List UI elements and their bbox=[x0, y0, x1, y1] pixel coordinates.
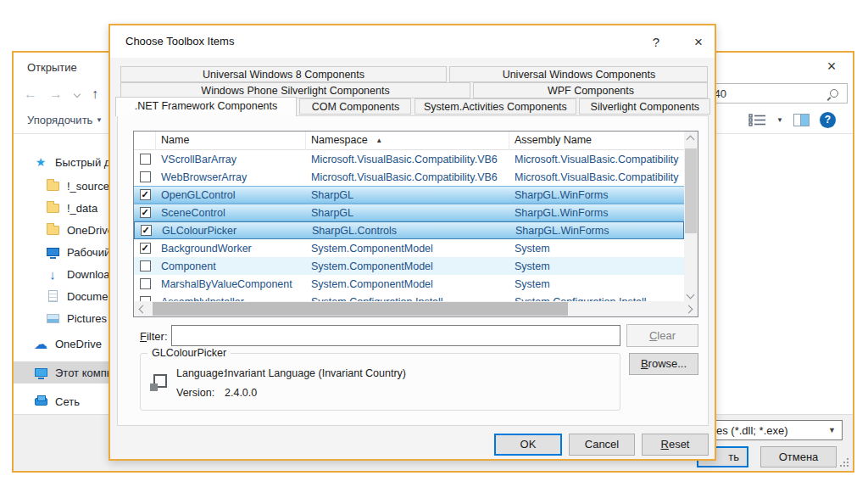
language-value: Invariant Language (Invariant Country) bbox=[225, 367, 406, 379]
checkbox[interactable]: ✓ bbox=[140, 243, 151, 254]
checkbox-column-header[interactable] bbox=[134, 132, 156, 150]
tab-universal-windows-components[interactable]: Universal Windows Components bbox=[449, 66, 708, 82]
checkbox[interactable] bbox=[140, 278, 151, 289]
sidebar-item-label: Сеть bbox=[55, 395, 80, 408]
cell-assembly: Microsoft.VisualBasic.Compatibility bbox=[509, 171, 684, 183]
cell-assembly: SharpGL.WinForms bbox=[509, 189, 684, 201]
cell-name: WebBrowserArray bbox=[156, 171, 306, 183]
folder-icon bbox=[47, 226, 59, 235]
checkbox[interactable]: ✓ bbox=[140, 207, 151, 218]
clear-button[interactable]: Clear bbox=[626, 324, 698, 347]
checkbox[interactable] bbox=[140, 260, 151, 271]
dialog-title: Открытие bbox=[27, 61, 77, 74]
recent-locations-icon[interactable] bbox=[74, 91, 81, 98]
cancel-button[interactable]: Cancel bbox=[569, 434, 635, 456]
tab-net-framework-components[interactable]: .NET Framework Components bbox=[115, 97, 297, 116]
help-icon[interactable]: ? bbox=[820, 112, 836, 128]
view-dropdown-icon[interactable]: ▼ bbox=[776, 116, 783, 124]
organize-menu[interactable]: Упорядочить ▼ bbox=[27, 114, 103, 126]
table-row[interactable]: ✓ SceneControl SharpGL SharpGL.WinForms bbox=[134, 204, 684, 221]
scrollbar-thumb[interactable] bbox=[685, 148, 697, 233]
column-header-name[interactable]: Name bbox=[156, 132, 306, 150]
browse-button[interactable]: Browse... bbox=[629, 353, 698, 375]
file-type-select[interactable]: es (*.dll; *.exe) ▼ bbox=[712, 420, 843, 440]
cell-name: Component bbox=[156, 260, 306, 272]
selected-item-group: GLColourPicker Language: Invariant Langu… bbox=[140, 353, 620, 411]
cell-assembly: Microsoft.VisualBasic.Compatibility bbox=[509, 154, 684, 165]
cell-assembly: System bbox=[509, 260, 684, 272]
table-row[interactable]: WebBrowserArray Microsoft.VisualBasic.Co… bbox=[134, 168, 684, 186]
reset-button[interactable]: Reset bbox=[642, 434, 709, 456]
column-header-namespace[interactable]: Namespace ▲ bbox=[306, 132, 509, 150]
navigation-bar: ← → ↑ bbox=[24, 83, 98, 105]
sidebar-item-label: OneDrive bbox=[55, 338, 102, 350]
cancel-button[interactable]: Отмена bbox=[760, 446, 837, 467]
close-icon[interactable]: × bbox=[688, 32, 709, 53]
checkbox[interactable] bbox=[140, 171, 151, 182]
desktop-icon bbox=[47, 248, 59, 256]
tab-row-1: Universal Windows 8 Components Universal… bbox=[120, 66, 707, 82]
filter-input[interactable] bbox=[171, 325, 620, 346]
ok-button[interactable]: OK bbox=[494, 434, 562, 456]
tab-universal-windows-8-components[interactable]: Universal Windows 8 Components bbox=[120, 66, 447, 82]
checkbox[interactable] bbox=[140, 154, 151, 165]
tab-system-activities-components[interactable]: System.Activities Components bbox=[415, 98, 576, 115]
vertical-scrollbar[interactable] bbox=[684, 132, 698, 303]
cell-assembly: SharpGL.WinForms bbox=[510, 225, 684, 237]
chevron-down-icon: ▼ bbox=[828, 426, 842, 434]
cell-assembly: SharpGL.WinForms bbox=[509, 207, 684, 219]
search-input[interactable]: :40 bbox=[705, 83, 848, 104]
cell-namespace: SharpGL bbox=[306, 207, 509, 219]
tab-silverlight-components[interactable]: Silverlight Components bbox=[579, 98, 710, 115]
cell-namespace: System.ComponentModel bbox=[306, 278, 509, 290]
table-row[interactable]: VScrollBarArray Microsoft.VisualBasic.Co… bbox=[134, 150, 684, 168]
preview-pane-icon[interactable] bbox=[793, 114, 810, 126]
cell-namespace: System.ComponentModel bbox=[306, 260, 509, 272]
details-view-icon[interactable] bbox=[748, 114, 766, 126]
help-icon[interactable]: ? bbox=[646, 32, 666, 53]
quick-access-star-icon: ★ bbox=[34, 155, 47, 169]
up-icon[interactable]: ↑ bbox=[92, 87, 98, 102]
choose-toolbox-items-dialog: Choose Toolbox Items ? × Universal Windo… bbox=[108, 24, 716, 461]
resize-grip[interactable] bbox=[840, 458, 849, 467]
scroll-down-icon[interactable] bbox=[687, 291, 695, 299]
search-icon[interactable] bbox=[830, 89, 838, 98]
table-row[interactable]: MarshalByValueComponent System.Component… bbox=[134, 275, 684, 293]
cell-name: BackgroundWorker bbox=[156, 243, 306, 255]
tab-com-components[interactable]: COM Components bbox=[299, 98, 411, 115]
column-header-assembly-name[interactable]: Assembly Name bbox=[509, 132, 684, 150]
folder-icon bbox=[47, 182, 59, 191]
horizontal-scrollbar[interactable] bbox=[134, 301, 698, 316]
network-icon bbox=[35, 398, 47, 406]
checkbox[interactable]: ✓ bbox=[140, 189, 151, 200]
documents-icon bbox=[48, 290, 58, 302]
scrollbar-thumb[interactable] bbox=[153, 302, 568, 316]
sidebar-item-label: !_data bbox=[67, 202, 97, 215]
table-header: Name Namespace ▲ Assembly Name bbox=[134, 132, 684, 150]
cell-namespace: SharpGL bbox=[306, 189, 509, 201]
tab-wpf-components[interactable]: WPF Components bbox=[473, 82, 708, 98]
cell-name: MarshalByValueComponent bbox=[156, 278, 306, 290]
sidebar-item-label: Pictures bbox=[67, 312, 107, 325]
sidebar-item-label: Этот компь bbox=[55, 367, 112, 379]
cell-name: VScrollBarArray bbox=[156, 154, 306, 165]
onedrive-cloud-icon: ☁ bbox=[34, 337, 47, 350]
organize-label: Упорядочить bbox=[27, 114, 92, 126]
scroll-up-icon[interactable] bbox=[687, 136, 695, 144]
cell-namespace: SharpGL.Controls bbox=[307, 225, 510, 237]
sidebar-item-label: !_sources bbox=[67, 180, 114, 193]
scroll-left-icon[interactable] bbox=[139, 305, 147, 314]
downloads-arrow-icon: ↓ bbox=[46, 267, 59, 281]
table-row[interactable]: ✓ GLColourPicker SharpGL.Controls SharpG… bbox=[134, 221, 684, 239]
forward-icon[interactable]: → bbox=[49, 87, 63, 102]
checkbox[interactable]: ✓ bbox=[141, 225, 152, 236]
back-icon[interactable]: ← bbox=[24, 87, 37, 102]
table-row[interactable]: ✓ OpenGLControl SharpGL SharpGL.WinForms bbox=[134, 186, 684, 204]
cell-assembly: System bbox=[509, 278, 684, 290]
table-row[interactable]: ✓ BackgroundWorker System.ComponentModel… bbox=[134, 239, 684, 257]
title-bar: Choose Toolbox Items ? × bbox=[110, 25, 715, 58]
file-type-value: es (*.dll; *.exe) bbox=[713, 424, 828, 437]
table-row[interactable]: Component System.ComponentModel System bbox=[134, 257, 684, 275]
scroll-right-icon[interactable] bbox=[685, 305, 693, 314]
close-icon[interactable]: × bbox=[821, 56, 843, 76]
